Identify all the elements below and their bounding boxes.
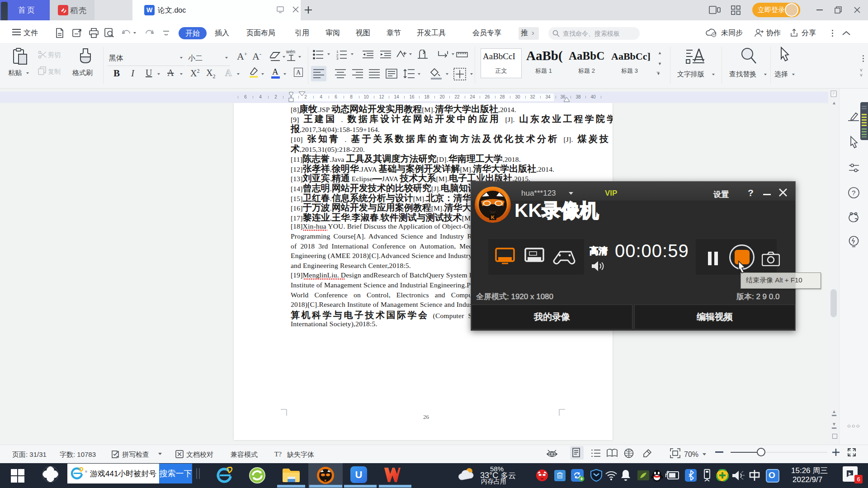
svg-text:K: K — [491, 215, 495, 220]
svg-text:?: ? — [852, 189, 855, 197]
svg-text:3: 3 — [336, 56, 339, 60]
svg-text:K: K — [325, 479, 327, 482]
